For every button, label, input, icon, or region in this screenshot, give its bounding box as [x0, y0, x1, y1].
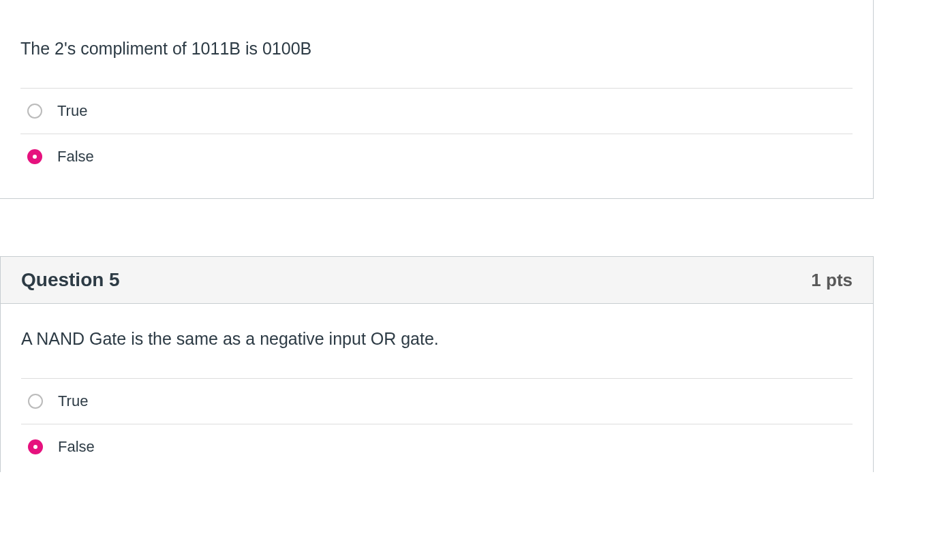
answer-label: True [57, 102, 87, 120]
radio-icon [27, 104, 42, 119]
question-title: Question 5 [21, 269, 120, 291]
question-points: 1 pts [811, 270, 853, 291]
question-card: Question 5 1 pts A NAND Gate is the same… [0, 256, 874, 472]
answer-label: False [58, 438, 95, 456]
answer-list: True False [21, 378, 853, 458]
radio-icon [27, 149, 42, 164]
answer-label: True [58, 392, 88, 410]
radio-icon [28, 439, 43, 454]
answer-list: True False [20, 88, 853, 171]
answer-option-false[interactable]: False [21, 424, 853, 458]
question-body: A NAND Gate is the same as a negative in… [1, 304, 873, 472]
question-text: The 2's compliment of 1011B is 0100B [20, 0, 853, 61]
answer-option-false[interactable]: False [20, 134, 853, 171]
question-text: A NAND Gate is the same as a negative in… [21, 327, 853, 351]
answer-label: False [57, 148, 94, 166]
radio-icon [28, 394, 43, 409]
question-body: The 2's compliment of 1011B is 0100B Tru… [0, 0, 873, 198]
answer-option-true[interactable]: True [20, 88, 853, 134]
answer-option-true[interactable]: True [21, 378, 853, 424]
question-card: The 2's compliment of 1011B is 0100B Tru… [0, 0, 874, 199]
question-header: Question 5 1 pts [1, 257, 873, 304]
